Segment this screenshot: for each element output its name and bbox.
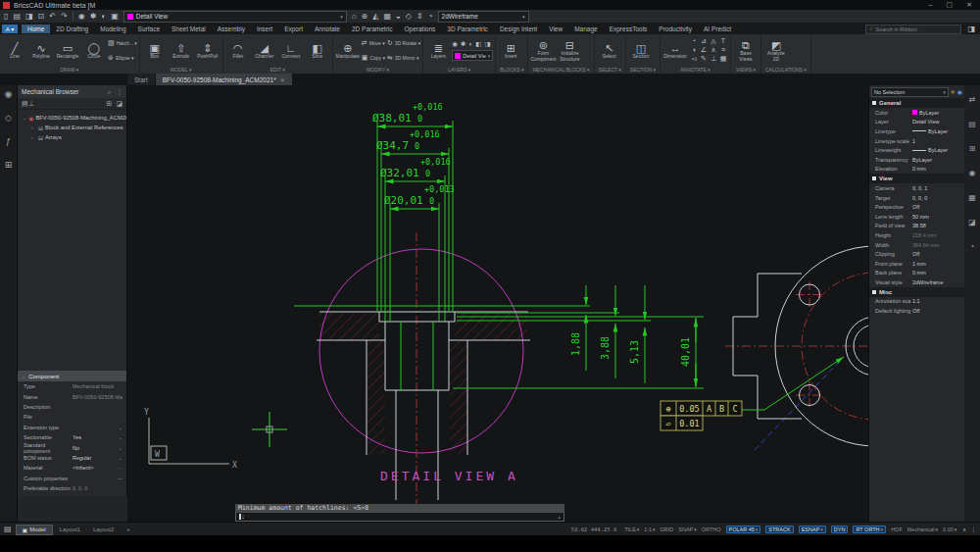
qat-icon-5[interactable]: ◇	[406, 12, 412, 22]
ribbon-select-button[interactable]: ↖Select	[597, 35, 622, 66]
status-toggle-dyn[interactable]: DYN	[831, 526, 849, 533]
qat-icon-0[interactable]: ◉	[78, 12, 85, 22]
ribbon-initialize-structure-button[interactable]: ⊟Initialize Structure	[557, 35, 582, 66]
right-strip-icon-3[interactable]: ◉	[969, 169, 976, 177]
search-icon[interactable]: ⌕	[108, 88, 112, 96]
status-toggle-strack[interactable]: STRACK	[765, 526, 793, 533]
layer-tool-icon-1[interactable]: ✱	[461, 40, 466, 48]
ribbon-tab-3d-parametric[interactable]: 3D Parametric	[441, 25, 494, 33]
property-row-layer[interactable]: LayerDetail View	[869, 118, 964, 127]
close-tab-icon[interactable]: ✕	[280, 76, 285, 83]
right-strip-icon-2[interactable]: ⊞	[969, 144, 976, 153]
qat-icon-7[interactable]: ◔	[428, 12, 433, 22]
drawing-canvas[interactable]: Ø38,01 0 +0,016 Ø34,7 0 +0,016 Ø32,01 0 …	[127, 85, 868, 522]
property-row-elevation[interactable]: Elevation0 mm	[869, 165, 964, 175]
right-strip-icon-0[interactable]: ⇄	[969, 95, 976, 104]
layout-tab-[interactable]: +	[121, 525, 136, 535]
ribbon-slice-button[interactable]: ◧Slice	[305, 35, 330, 66]
annotate-tool-icon-1[interactable]: ⊿	[701, 37, 707, 46]
ribbon-tab-manage[interactable]: Manage	[568, 25, 604, 33]
ribbon-group-label[interactable]: SELECT ▾	[597, 66, 623, 74]
property-row-back-plane[interactable]: Back plane0 mm	[869, 269, 964, 278]
qat-icon-2[interactable]: ◨	[25, 12, 33, 22]
ribbon-analyze-2d-button[interactable]: ◩Analyze 2D	[763, 35, 789, 66]
layer-tool-icon-0[interactable]: ◉	[452, 40, 458, 48]
ribbon-group-label[interactable]: ANNOTATE ▾	[662, 66, 728, 74]
browser-tool-right-icon-1[interactable]: ◪	[116, 100, 122, 108]
ribbon-group-label[interactable]: LAYERS ▾	[425, 66, 493, 74]
chevron-down-icon[interactable]: ⌄	[119, 434, 124, 440]
ribbon-move-button[interactable]: ⇄Move ▾	[362, 35, 385, 51]
kebab-menu-icon[interactable]: ⋮	[117, 88, 123, 96]
component-row-description[interactable]: Description	[18, 402, 126, 412]
property-row-front-plane[interactable]: Front plane1 mm	[869, 259, 964, 269]
status-toggle-1-1[interactable]: 1:1▾	[644, 527, 655, 532]
ribbon-circle-button[interactable]: ◯Circle	[81, 35, 107, 66]
ribbon-group-label[interactable]: CALCULATIONS ▾	[763, 66, 808, 74]
status-toggle-esnap[interactable]: ESNAP▾	[799, 526, 826, 533]
status-toggle-mechanical[interactable]: Mechanical▾	[907, 527, 938, 532]
status-toggle-rt-orth[interactable]: RT ORTH▾	[853, 526, 886, 533]
layer-tool-icon-4[interactable]: ◨	[484, 40, 490, 48]
ribbon-rectangle-button[interactable]: ▭Rectangle	[55, 35, 80, 66]
left-strip-icon-1[interactable]: ◇	[5, 113, 12, 123]
status-toggle-tile[interactable]: TILE▾	[624, 527, 639, 532]
status-toggle-grid[interactable]: GRID	[661, 527, 674, 532]
qat-icon-1[interactable]: ⊕	[362, 12, 368, 22]
ribbon-group-label[interactable]: SECTION ▾	[628, 66, 658, 74]
ribbon-copy-button[interactable]: ▣Copy ▾	[362, 51, 385, 67]
qat-icon-3[interactable]: ▣	[111, 12, 119, 22]
chevron-icon[interactable]: ›	[31, 134, 36, 140]
left-strip-icon-2[interactable]: ƒ	[6, 136, 11, 146]
tree-item-bfv-0050-92508-machining-acm2021[interactable]: ⌄◉BFV-0050-92508-Machining_ACM2021	[18, 113, 126, 123]
right-strip-icon-5[interactable]: ◪	[968, 218, 976, 226]
chevron-up-icon[interactable]: ∧	[962, 525, 966, 534]
properties-section-view[interactable]: View	[869, 174, 964, 183]
annotate-tool-icon-0[interactable]: ◔	[692, 37, 696, 46]
ribbon-form-component-button[interactable]: ⊚Form Component	[530, 35, 556, 66]
tree-item-block-and-external-references[interactable]: ›⊟Block and External References	[18, 123, 126, 132]
property-row-annotation-sca[interactable]: Annotation sca1:1	[869, 297, 964, 307]
qat-icon-3[interactable]: ⊡	[38, 12, 45, 22]
properties-filter-icon[interactable]: ✛	[951, 88, 956, 95]
qat-icon-2[interactable]: ◭	[372, 12, 378, 22]
qat-icon-5[interactable]: ↷	[61, 12, 68, 22]
annotate-tool-icon-6[interactable]: ∧	[710, 46, 715, 55]
ribbon-line-button[interactable]: ╱Line	[2, 35, 27, 66]
annotate-tool-icon-3[interactable]: T	[721, 37, 725, 46]
property-row-color[interactable]: ColorByLayer	[869, 108, 964, 118]
doc-tab-drawing[interactable]: BFV-0050-92508-Machining_ACM2021* ✕	[156, 74, 292, 85]
component-row-custom-properties[interactable]: Custom properties—	[18, 474, 126, 483]
property-row-width[interactable]: Width364.94 mm	[869, 240, 964, 250]
component-row-sectionable[interactable]: SectionableYes⌄	[18, 432, 126, 442]
annotate-tool-icon-7[interactable]: ≡	[721, 46, 725, 55]
annotate-tool-icon-10[interactable]: ⊥	[710, 55, 716, 64]
properties-section-general[interactable]: General	[869, 98, 964, 108]
property-row-field-of-view[interactable]: Field of view38.58	[869, 222, 964, 231]
chevron-icon[interactable]: ›	[31, 125, 36, 130]
property-row-lens-length[interactable]: Lens length50 mm	[869, 212, 964, 222]
left-strip-icon-3[interactable]: ⊞	[5, 160, 13, 170]
ribbon-layers-button[interactable]: ≣Layers	[425, 35, 451, 66]
layout-tab-layout2[interactable]: Layout2	[87, 525, 120, 535]
ribbon-tab-surface[interactable]: Surface	[132, 25, 166, 33]
annotate-tool-icon-9[interactable]: ✎	[701, 55, 707, 64]
qat-icon-3[interactable]: ▦	[383, 12, 391, 22]
left-strip-icon-0[interactable]: ◉	[5, 89, 13, 99]
layout-tab-model[interactable]: ▣Model	[16, 525, 53, 535]
component-row-material[interactable]: Material<Inherit>···	[18, 463, 126, 473]
command-line[interactable]: Minimum amount of hatchlines: <5>8 : ▴	[235, 504, 564, 522]
status-toggle-snap[interactable]: SNAP▾	[678, 527, 697, 532]
ribbon-tab-export[interactable]: Export	[278, 25, 309, 33]
doc-tab-start[interactable]: Start	[127, 74, 155, 85]
command-input[interactable]: : ▴	[235, 513, 564, 522]
ribbon-group-label[interactable]: MECHANICAL BLOCKS ▾	[530, 66, 591, 74]
ribbon-search[interactable]: ⌕ Search in Ribbon	[865, 25, 961, 34]
qat-icon-1[interactable]: ▤	[13, 12, 21, 22]
chevron-down-icon[interactable]: ⌄	[119, 445, 124, 451]
qat-icon-4[interactable]: ◒	[396, 12, 401, 22]
component-row-name[interactable]: NameBFV-0050-92508-Machini	[18, 391, 126, 401]
browser-tool-right-icon-0[interactable]: ⊞	[107, 100, 113, 108]
status-toggle-ortho[interactable]: ORTHO	[702, 527, 721, 532]
property-row-perspective[interactable]: PerspectiveOff	[869, 202, 964, 212]
